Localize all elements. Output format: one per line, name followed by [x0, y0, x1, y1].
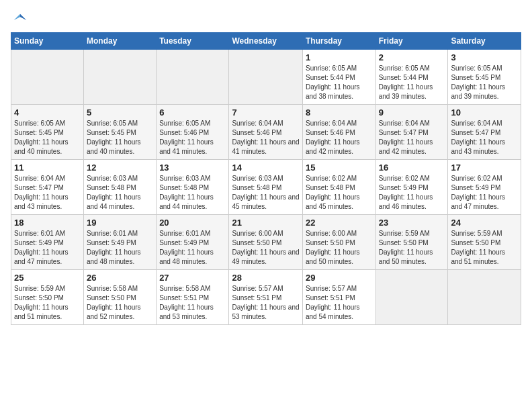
- day-number: 2: [379, 52, 445, 62]
- day-info: Sunrise: 6:02 AM Sunset: 5:49 PM Dayligh…: [379, 174, 445, 212]
- day-number: 24: [451, 218, 518, 228]
- calendar-cell: 10Sunrise: 6:04 AM Sunset: 5:47 PM Dayli…: [448, 105, 521, 160]
- day-info: Sunrise: 6:04 AM Sunset: 5:47 PM Dayligh…: [379, 119, 445, 156]
- calendar-cell: 4Sunrise: 6:05 AM Sunset: 5:45 PM Daylig…: [11, 105, 84, 160]
- day-info: Sunrise: 6:02 AM Sunset: 5:48 PM Dayligh…: [306, 174, 373, 212]
- calendar-table: SundayMondayTuesdayWednesdayThursdayFrid…: [11, 32, 521, 325]
- day-number: 19: [87, 218, 153, 228]
- col-header-friday: Friday: [375, 33, 448, 50]
- day-info: Sunrise: 6:01 AM Sunset: 5:49 PM Dayligh…: [159, 229, 226, 267]
- day-info: Sunrise: 6:04 AM Sunset: 5:46 PM Dayligh…: [232, 119, 300, 156]
- week-row-3: 11Sunrise: 6:04 AM Sunset: 5:47 PM Dayli…: [11, 160, 521, 215]
- day-info: Sunrise: 5:57 AM Sunset: 5:51 PM Dayligh…: [232, 284, 300, 322]
- day-number: 23: [379, 218, 445, 228]
- day-number: 11: [14, 163, 81, 173]
- day-number: 10: [451, 107, 518, 118]
- day-info: Sunrise: 6:05 AM Sunset: 5:44 PM Dayligh…: [306, 64, 373, 101]
- day-info: Sunrise: 6:01 AM Sunset: 5:49 PM Dayligh…: [14, 229, 81, 267]
- day-info: Sunrise: 6:05 AM Sunset: 5:44 PM Dayligh…: [379, 64, 445, 101]
- day-number: 13: [159, 163, 226, 173]
- calendar-cell: 18Sunrise: 6:01 AM Sunset: 5:49 PM Dayli…: [11, 215, 84, 270]
- header: [11, 11, 521, 30]
- day-info: Sunrise: 5:59 AM Sunset: 5:50 PM Dayligh…: [379, 229, 445, 267]
- header-row: SundayMondayTuesdayWednesdayThursdayFrid…: [11, 33, 521, 50]
- day-info: Sunrise: 6:04 AM Sunset: 5:47 PM Dayligh…: [14, 174, 81, 212]
- day-info: Sunrise: 6:03 AM Sunset: 5:48 PM Dayligh…: [232, 174, 300, 212]
- calendar-cell: 24Sunrise: 5:59 AM Sunset: 5:50 PM Dayli…: [448, 215, 521, 270]
- day-info: Sunrise: 5:59 AM Sunset: 5:50 PM Dayligh…: [14, 284, 81, 322]
- calendar-cell: 28Sunrise: 5:57 AM Sunset: 5:51 PM Dayli…: [229, 270, 303, 325]
- calendar-cell: 22Sunrise: 6:00 AM Sunset: 5:50 PM Dayli…: [302, 215, 375, 270]
- day-number: 20: [159, 218, 226, 228]
- calendar-cell: [11, 50, 84, 105]
- calendar-cell: 15Sunrise: 6:02 AM Sunset: 5:48 PM Dayli…: [302, 160, 375, 215]
- calendar-cell: [375, 270, 448, 325]
- day-info: Sunrise: 6:05 AM Sunset: 5:45 PM Dayligh…: [451, 64, 518, 101]
- day-number: 26: [87, 273, 153, 283]
- calendar-cell: 6Sunrise: 6:05 AM Sunset: 5:46 PM Daylig…: [157, 105, 229, 160]
- calendar-cell: 23Sunrise: 5:59 AM Sunset: 5:50 PM Dayli…: [375, 215, 448, 270]
- calendar-cell: [157, 50, 229, 105]
- calendar-cell: 7Sunrise: 6:04 AM Sunset: 5:46 PM Daylig…: [229, 105, 303, 160]
- day-info: Sunrise: 5:57 AM Sunset: 5:51 PM Dayligh…: [306, 284, 373, 322]
- calendar-cell: 11Sunrise: 6:04 AM Sunset: 5:47 PM Dayli…: [11, 160, 84, 215]
- day-info: Sunrise: 6:03 AM Sunset: 5:48 PM Dayligh…: [159, 174, 226, 212]
- day-number: 28: [232, 273, 300, 283]
- day-number: 3: [451, 52, 518, 62]
- calendar-cell: 27Sunrise: 5:58 AM Sunset: 5:51 PM Dayli…: [157, 270, 229, 325]
- week-row-4: 18Sunrise: 6:01 AM Sunset: 5:49 PM Dayli…: [11, 215, 521, 270]
- logo: [11, 11, 32, 30]
- col-header-wednesday: Wednesday: [229, 33, 303, 50]
- day-number: 16: [379, 163, 445, 173]
- col-header-monday: Monday: [84, 33, 157, 50]
- calendar-cell: 13Sunrise: 6:03 AM Sunset: 5:48 PM Dayli…: [157, 160, 229, 215]
- day-number: 21: [232, 218, 300, 228]
- day-number: 8: [306, 107, 373, 118]
- col-header-sunday: Sunday: [11, 33, 84, 50]
- day-info: Sunrise: 5:58 AM Sunset: 5:51 PM Dayligh…: [159, 284, 226, 322]
- day-number: 27: [159, 273, 226, 283]
- day-number: 15: [306, 163, 373, 173]
- day-info: Sunrise: 6:00 AM Sunset: 5:50 PM Dayligh…: [306, 229, 373, 267]
- week-row-2: 4Sunrise: 6:05 AM Sunset: 5:45 PM Daylig…: [11, 105, 521, 160]
- day-info: Sunrise: 6:01 AM Sunset: 5:49 PM Dayligh…: [87, 229, 153, 267]
- day-info: Sunrise: 6:05 AM Sunset: 5:45 PM Dayligh…: [87, 119, 153, 156]
- calendar-cell: 1Sunrise: 6:05 AM Sunset: 5:44 PM Daylig…: [302, 50, 375, 105]
- calendar-cell: 5Sunrise: 6:05 AM Sunset: 5:45 PM Daylig…: [84, 105, 157, 160]
- calendar-cell: 20Sunrise: 6:01 AM Sunset: 5:49 PM Dayli…: [157, 215, 229, 270]
- day-number: 12: [87, 163, 153, 173]
- calendar-cell: 21Sunrise: 6:00 AM Sunset: 5:50 PM Dayli…: [229, 215, 303, 270]
- day-number: 6: [159, 107, 226, 118]
- day-number: 17: [451, 163, 518, 173]
- calendar-cell: 25Sunrise: 5:59 AM Sunset: 5:50 PM Dayli…: [11, 270, 84, 325]
- calendar-cell: 17Sunrise: 6:02 AM Sunset: 5:49 PM Dayli…: [448, 160, 521, 215]
- col-header-tuesday: Tuesday: [157, 33, 229, 50]
- day-number: 7: [232, 107, 300, 118]
- week-row-1: 1Sunrise: 6:05 AM Sunset: 5:44 PM Daylig…: [11, 50, 521, 105]
- calendar-cell: [84, 50, 157, 105]
- calendar-cell: 12Sunrise: 6:03 AM Sunset: 5:48 PM Dayli…: [84, 160, 157, 215]
- calendar-cell: 19Sunrise: 6:01 AM Sunset: 5:49 PM Dayli…: [84, 215, 157, 270]
- calendar-cell: 8Sunrise: 6:04 AM Sunset: 5:46 PM Daylig…: [302, 105, 375, 160]
- day-info: Sunrise: 6:02 AM Sunset: 5:49 PM Dayligh…: [451, 174, 518, 212]
- day-number: 18: [14, 218, 81, 228]
- day-info: Sunrise: 6:05 AM Sunset: 5:45 PM Dayligh…: [14, 119, 81, 156]
- calendar-cell: [448, 270, 521, 325]
- day-number: 4: [14, 107, 81, 118]
- calendar-cell: 9Sunrise: 6:04 AM Sunset: 5:47 PM Daylig…: [375, 105, 448, 160]
- day-info: Sunrise: 5:58 AM Sunset: 5:50 PM Dayligh…: [87, 284, 153, 322]
- col-header-thursday: Thursday: [302, 33, 375, 50]
- day-number: 25: [14, 273, 81, 283]
- day-number: 22: [306, 218, 373, 228]
- day-info: Sunrise: 6:03 AM Sunset: 5:48 PM Dayligh…: [87, 174, 153, 212]
- day-number: 14: [232, 163, 300, 173]
- col-header-saturday: Saturday: [448, 33, 521, 50]
- calendar-cell: 26Sunrise: 5:58 AM Sunset: 5:50 PM Dayli…: [84, 270, 157, 325]
- calendar-cell: 14Sunrise: 6:03 AM Sunset: 5:48 PM Dayli…: [229, 160, 303, 215]
- day-info: Sunrise: 6:00 AM Sunset: 5:50 PM Dayligh…: [232, 229, 300, 267]
- day-number: 29: [306, 273, 373, 283]
- calendar-cell: 3Sunrise: 6:05 AM Sunset: 5:45 PM Daylig…: [448, 50, 521, 105]
- day-number: 9: [379, 107, 445, 118]
- calendar-cell: 16Sunrise: 6:02 AM Sunset: 5:49 PM Dayli…: [375, 160, 448, 215]
- day-info: Sunrise: 6:04 AM Sunset: 5:47 PM Dayligh…: [451, 119, 518, 156]
